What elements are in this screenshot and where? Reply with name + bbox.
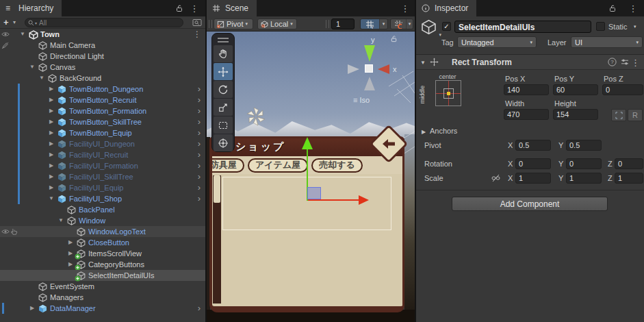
foldout-closed-icon[interactable]: ▶ [67, 239, 74, 246]
blueprint-mode-button[interactable] [611, 109, 626, 121]
foldout-open-icon[interactable]: ▼ [57, 217, 64, 224]
foldout-closed-icon[interactable]: ▶ [48, 97, 55, 103]
shop-category-button[interactable]: アイテム屋 [248, 158, 308, 173]
hierarchy-row-Directional Light[interactable]: Directional Light [0, 51, 205, 62]
component-kebab-icon[interactable]: ⋮ [631, 58, 640, 68]
palette-drag-handle[interactable] [218, 38, 229, 42]
rect-tool-button[interactable] [214, 116, 233, 134]
scale-y-field[interactable]: 1 [566, 173, 602, 184]
move-gizmo-x-arrowhead[interactable] [359, 195, 369, 205]
scene-row-kebab-icon[interactable]: ⋮ [193, 29, 201, 39]
prefab-open-arrow-icon[interactable]: › [198, 171, 201, 182]
prefab-open-arrow-icon[interactable]: › [198, 116, 201, 127]
pivot-x-field[interactable]: 0.5 [515, 140, 551, 151]
help-icon[interactable]: ? [608, 58, 617, 68]
hierarchy-row-BackPanel[interactable]: BackPanel [0, 204, 205, 215]
anchors-foldout-icon[interactable]: ▶ [422, 129, 426, 135]
foldout-closed-icon[interactable]: ▶ [48, 184, 55, 191]
foldout-open-icon[interactable]: ▼ [19, 31, 26, 38]
active-checkbox[interactable]: ✓ [442, 22, 451, 31]
snap-settings-toggle[interactable]: ▾ [390, 18, 413, 29]
grid-snap-caret-icon[interactable]: ▾ [379, 19, 387, 29]
prefab-open-arrow-icon[interactable]: › [198, 95, 201, 105]
hierarchy-row-FacilityUI_Formation[interactable]: ▶FacilityUI_Formation› [0, 160, 205, 171]
foldout-closed-icon[interactable]: ▶ [48, 129, 55, 136]
hierarchy-row-TownButton_Equip[interactable]: ▶TownButton_Equip› [0, 127, 205, 138]
picking-off-icon[interactable] [1, 42, 10, 49]
foldout-closed-icon[interactable]: ▶ [29, 305, 36, 312]
lock-icon[interactable] [607, 3, 618, 14]
foldout-closed-icon[interactable]: ▶ [48, 108, 55, 114]
picking-icon[interactable] [10, 228, 18, 236]
prefab-open-arrow-icon[interactable]: › [198, 138, 201, 149]
gizmo-y-axis-label[interactable]: y [371, 36, 375, 44]
width-field[interactable]: 470 [504, 109, 549, 120]
gizmo-y-cone[interactable] [364, 45, 375, 62]
hierarchy-row-FacilityUI_Equip[interactable]: ▶FacilityUI_Equip› [0, 182, 205, 193]
shop-scrollbar-thumb[interactable] [214, 175, 220, 203]
hierarchy-row-FacilityUI_Recruit[interactable]: ▶FacilityUI_Recruit› [0, 149, 205, 160]
gameobject-icon-caret[interactable]: ▾ [439, 32, 441, 38]
rotation-z-field[interactable]: 0 [615, 158, 643, 169]
prefab-open-arrow-icon[interactable]: › [198, 149, 201, 160]
move-gizmo-y-arrowhead[interactable] [302, 137, 313, 149]
shop-category-button[interactable]: 防具屋 [212, 158, 244, 173]
foldout-closed-icon[interactable]: ▶ [48, 86, 55, 92]
move-tool-button[interactable] [214, 63, 233, 80]
prefab-open-arrow-icon[interactable]: › [198, 106, 201, 116]
raw-edit-mode-button[interactable]: R [628, 109, 643, 121]
hierarchy-row-ItemsScrollView[interactable]: ▶ItemsScrollView [0, 248, 205, 259]
foldout-closed-icon[interactable]: ▶ [48, 119, 55, 125]
grid-snap-toggle[interactable]: Y ▾ [360, 18, 388, 29]
visibility-icon[interactable] [1, 31, 10, 38]
pos-z-field[interactable]: 0 [602, 84, 643, 95]
toolbar-grip[interactable] [326, 20, 329, 28]
gizmo-lock-icon[interactable] [390, 35, 398, 44]
pos-x-field[interactable]: 140 [504, 84, 549, 95]
hierarchy-row-BackGround[interactable]: ▼BackGround [0, 73, 205, 84]
foldout-open-icon[interactable]: ▼ [38, 75, 45, 82]
hierarchy-menu-kebab-icon[interactable]: ⋮ [189, 3, 200, 14]
hierarchy-row-WindowLogoText[interactable]: WindowLogoText [0, 226, 205, 237]
foldout-closed-icon[interactable]: ▶ [48, 151, 55, 158]
prefab-open-arrow-icon[interactable]: › [198, 84, 201, 94]
grid-size-field[interactable]: 1 [331, 18, 355, 29]
prefab-open-arrow-icon[interactable]: › [198, 303, 201, 313]
gizmo-center-cube[interactable] [365, 64, 373, 73]
create-add-button[interactable]: + [3, 17, 9, 27]
toolbar-grip[interactable] [209, 20, 212, 28]
create-add-caret-icon[interactable]: ▾ [13, 19, 16, 25]
handle-rotation-button[interactable]: Local ▾ [257, 18, 297, 29]
hierarchy-row-FacilityUI_Dungeon[interactable]: ▶FacilityUI_Dungeon› [0, 138, 205, 149]
foldout-open-icon[interactable]: ▼ [48, 195, 55, 202]
gizmo-bottom-cone[interactable] [364, 77, 375, 90]
tag-dropdown[interactable]: Untagged▾ [457, 36, 537, 48]
foldout-closed-icon[interactable]: ▶ [48, 140, 55, 147]
gameobject-cube-icon[interactable]: ▾ [421, 19, 437, 36]
hierarchy-row-TownButton_Formation[interactable]: ▶TownButton_Formation› [0, 106, 205, 116]
view-hand-tool-button[interactable] [214, 45, 233, 62]
shop-scrollbar-track[interactable] [213, 175, 221, 304]
shop-category-button[interactable]: 売却する [311, 158, 363, 173]
rect-transform-header[interactable]: ▼ Rect Transform ? ⋮ [416, 54, 644, 70]
hierarchy-row-CategoryButtons[interactable]: ▶CategoryButtons [0, 259, 205, 270]
search-filter-caret-icon[interactable]: ▾ [35, 21, 37, 25]
rotate-tool-button[interactable] [214, 81, 233, 98]
scene-menu-kebab-icon[interactable]: ⋮ [400, 3, 411, 14]
hierarchy-row-Managers[interactable]: Managers [0, 292, 205, 303]
move-gizmo-plane-handle[interactable] [307, 187, 321, 199]
search-in-window-icon[interactable] [192, 18, 203, 27]
hierarchy-row-FacilityUI_SkillTree[interactable]: ▶FacilityUI_SkillTree› [0, 171, 205, 182]
hierarchy-row-Window[interactable]: ▼Window [0, 215, 205, 226]
grid-snap-y-icon[interactable]: Y [361, 19, 379, 29]
foldout-closed-icon[interactable]: ▶ [48, 173, 55, 180]
pivot-mode-button[interactable]: Pivot ▾ [214, 18, 253, 29]
pivot-y-field[interactable]: 0.5 [566, 140, 602, 151]
search-input[interactable] [39, 19, 180, 27]
prefab-open-arrow-icon[interactable]: › [198, 182, 201, 193]
prefab-open-arrow-icon[interactable]: › [198, 160, 201, 171]
lock-icon[interactable] [174, 3, 185, 14]
static-checkbox[interactable] [596, 22, 605, 31]
foldout-closed-icon[interactable]: ▶ [67, 261, 74, 268]
hierarchy-row-FacilityUI_Shop[interactable]: ▼FacilityUI_Shop› [0, 193, 205, 204]
